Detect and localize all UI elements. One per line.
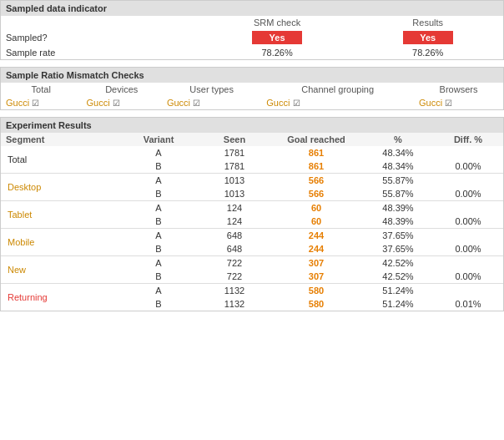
seen-cell: 722 xyxy=(199,270,270,284)
pct-cell: 48.39% xyxy=(363,215,433,229)
col-segment: Segment xyxy=(1,133,118,146)
diff-cell: 0.00% xyxy=(433,159,503,174)
srm-col-channel: Channel grouping xyxy=(261,83,414,96)
srm-total-val: Gucci ☑ xyxy=(1,96,81,109)
pct-cell: 42.52% xyxy=(363,256,433,271)
segment-label-cell: Desktop xyxy=(1,174,118,201)
variant-cell: A xyxy=(118,201,199,215)
variant-cell: A xyxy=(118,256,199,271)
variant-cell: B xyxy=(118,270,199,284)
goal-cell: 60 xyxy=(270,201,363,215)
sampled-results-yes: Yes xyxy=(352,29,503,46)
srm-check-header: SRM check xyxy=(202,16,353,29)
seen-cell: 648 xyxy=(199,242,270,256)
variant-cell: B xyxy=(118,215,199,229)
variant-cell: A xyxy=(118,174,199,188)
diff-cell xyxy=(433,174,503,188)
goal-cell: 307 xyxy=(270,270,363,284)
col-pct: % xyxy=(363,133,433,146)
diff-cell xyxy=(433,284,503,298)
srm-devices-val: Gucci ☑ xyxy=(81,96,161,109)
goal-cell: 244 xyxy=(270,229,363,243)
seen-cell: 1013 xyxy=(199,174,270,188)
segment-label-cell: Total xyxy=(1,146,118,174)
pct-cell: 48.39% xyxy=(363,201,433,215)
variant-cell: B xyxy=(118,159,199,174)
variant-cell: B xyxy=(118,242,199,256)
goal-cell: 566 xyxy=(270,187,363,201)
diff-cell: 0.00% xyxy=(433,270,503,284)
goal-cell: 60 xyxy=(270,215,363,229)
segment-label-cell: Mobile xyxy=(1,229,118,256)
table-row: NewA72230742.52% xyxy=(1,256,503,271)
diff-cell: 0.00% xyxy=(433,215,503,229)
srm-section: Sample Ratio Mismatch Checks Total Devic… xyxy=(0,67,504,110)
diff-cell: 0.01% xyxy=(433,297,503,311)
sampled-label: Sampled? xyxy=(1,29,202,46)
seen-cell: 648 xyxy=(199,229,270,243)
srm-channel-check: ☑ xyxy=(293,99,300,108)
seen-cell: 1781 xyxy=(199,146,270,159)
variant-cell: B xyxy=(118,187,199,201)
table-row: DesktopA101356655.87% xyxy=(1,174,503,188)
segment-label-cell: New xyxy=(1,256,118,284)
seen-cell: 1132 xyxy=(199,297,270,311)
sample-rate-srm: 78.26% xyxy=(202,46,353,59)
experiment-title: Experiment Results xyxy=(1,118,503,133)
seen-cell: 124 xyxy=(199,201,270,215)
variant-cell: B xyxy=(118,297,199,311)
table-row: TotalA178186148.34% xyxy=(1,146,503,159)
srm-usertypes-check: ☑ xyxy=(193,99,200,108)
col-diff: Diff. % xyxy=(433,133,503,146)
srm-col-browsers: Browsers xyxy=(414,83,503,96)
diff-cell: 0.00% xyxy=(433,242,503,256)
segment-label-cell: Tablet xyxy=(1,201,118,229)
seen-cell: 1013 xyxy=(199,187,270,201)
srm-col-devices: Devices xyxy=(81,83,161,96)
pct-cell: 51.24% xyxy=(363,284,433,298)
diff-cell xyxy=(433,256,503,271)
pct-cell: 37.65% xyxy=(363,242,433,256)
goal-cell: 244 xyxy=(270,242,363,256)
experiment-section: Experiment Results Segment Variant Seen … xyxy=(0,117,504,311)
srm-devices-check: ☑ xyxy=(113,99,120,108)
diff-cell: 0.00% xyxy=(433,187,503,201)
results-header: Results xyxy=(352,16,503,29)
table-row: TabletA1246048.39% xyxy=(1,201,503,215)
variant-cell: A xyxy=(118,284,199,298)
srm-col-total: Total xyxy=(1,83,81,96)
variant-cell: A xyxy=(118,229,199,243)
goal-cell: 580 xyxy=(270,284,363,298)
seen-cell: 1781 xyxy=(199,159,270,174)
pct-cell: 42.52% xyxy=(363,270,433,284)
pct-cell: 55.87% xyxy=(363,187,433,201)
sampled-srm-yes: Yes xyxy=(202,29,353,46)
diff-cell xyxy=(433,201,503,215)
col-variant: Variant xyxy=(118,133,199,146)
goal-cell: 861 xyxy=(270,146,363,159)
table-row: MobileA64824437.65% xyxy=(1,229,503,243)
srm-col-usertypes: User types xyxy=(162,83,261,96)
seen-cell: 124 xyxy=(199,215,270,229)
table-row: ReturningA113258051.24% xyxy=(1,284,503,298)
goal-cell: 861 xyxy=(270,159,363,174)
sampled-title: Sampled data indicator xyxy=(1,1,503,16)
sample-rate-label: Sample rate xyxy=(1,46,202,59)
goal-cell: 307 xyxy=(270,256,363,271)
srm-channel-val: Gucci ☑ xyxy=(261,96,414,109)
goal-cell: 580 xyxy=(270,297,363,311)
goal-cell: 566 xyxy=(270,174,363,188)
col-seen: Seen xyxy=(199,133,270,146)
pct-cell: 37.65% xyxy=(363,229,433,243)
diff-cell xyxy=(433,146,503,159)
col-goal: Goal reached xyxy=(270,133,363,146)
srm-browsers-val: Gucci ☑ xyxy=(414,96,503,109)
srm-title: Sample Ratio Mismatch Checks xyxy=(1,68,503,83)
sampled-data-section: Sampled data indicator SRM check Results… xyxy=(0,0,504,60)
pct-cell: 55.87% xyxy=(363,174,433,188)
srm-usertypes-val: Gucci ☑ xyxy=(162,96,261,109)
pct-cell: 48.34% xyxy=(363,159,433,174)
pct-cell: 48.34% xyxy=(363,146,433,159)
pct-cell: 51.24% xyxy=(363,297,433,311)
srm-browsers-check: ☑ xyxy=(445,99,452,108)
